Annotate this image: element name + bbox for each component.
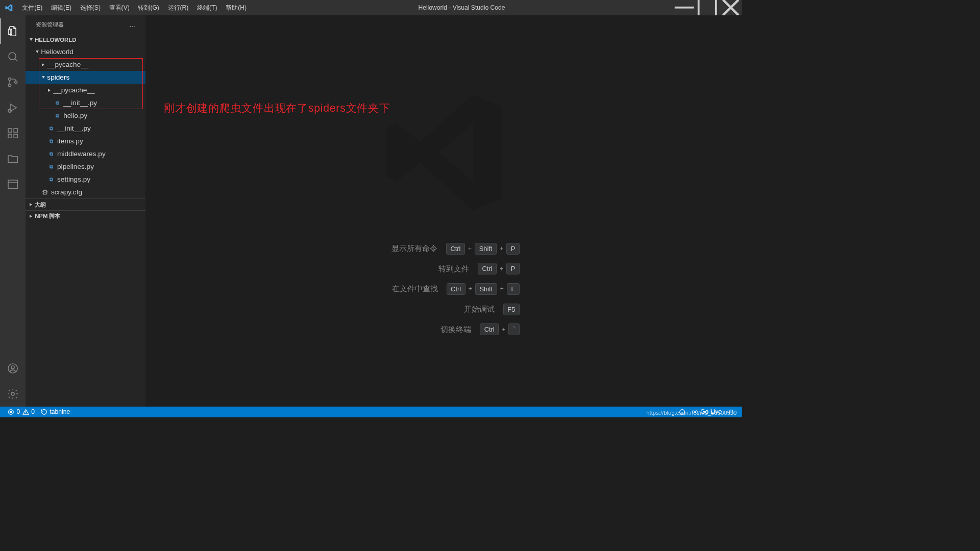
keyboard-key: Ctrl bbox=[478, 263, 497, 274]
folder-icon[interactable] bbox=[0, 146, 26, 171]
menu-item[interactable]: 终端(T) bbox=[193, 0, 222, 15]
source-control-icon[interactable] bbox=[0, 69, 26, 95]
menu-item[interactable]: 文件(E) bbox=[18, 0, 47, 15]
shortcut-row: 切换终端Ctrl+` bbox=[368, 323, 520, 335]
sidebar-bottom-sections: 大纲 NPM 脚本 bbox=[26, 198, 145, 221]
file-hello[interactable]: ⧉ hello.py bbox=[26, 109, 145, 122]
editor-area: 刚才创建的爬虫文件出现在了spiders文件夹下 显示所有命令Ctrl+Shif… bbox=[145, 15, 742, 406]
svg-rect-0 bbox=[674, 7, 694, 9]
shortcut-label: 切换终端 bbox=[402, 324, 471, 335]
keyboard-key: Ctrl bbox=[446, 243, 465, 255]
status-bar: 0 0 tabnine Go Live https://blog.csdn.ne… bbox=[0, 407, 742, 417]
svg-point-5 bbox=[15, 81, 17, 84]
explorer-sidebar: 资源管理器 … HELLOWORLD Helloworld __pycache_… bbox=[26, 15, 145, 406]
svg-rect-8 bbox=[8, 134, 12, 138]
shortcut-label: 开始调试 bbox=[425, 304, 495, 314]
shortcuts-list: 显示所有命令Ctrl+Shift+P转到文件Ctrl+P在文件中查找Ctrl+S… bbox=[368, 243, 520, 336]
maximize-button[interactable] bbox=[696, 0, 719, 15]
keyboard-key: Ctrl bbox=[480, 323, 499, 335]
shortcut-row: 开始调试F5 bbox=[368, 304, 520, 315]
svg-point-4 bbox=[8, 84, 11, 87]
file-tree: HELLOWORLD Helloworld __pycache__ spider… bbox=[26, 34, 145, 199]
python-file-icon: ⧉ bbox=[47, 151, 56, 157]
vscode-watermark-icon bbox=[378, 87, 509, 219]
keyboard-key: Shift bbox=[475, 243, 497, 255]
workspace-name: HELLOWORLD bbox=[35, 37, 76, 43]
status-notifications-icon[interactable] bbox=[725, 407, 738, 417]
explorer-title: 资源管理器 bbox=[36, 21, 64, 29]
folder-helloworld[interactable]: Helloworld bbox=[26, 45, 145, 58]
file-init-root[interactable]: ⧉ __init__.py bbox=[26, 122, 145, 135]
annotation-text: 刚才创建的爬虫文件出现在了spiders文件夹下 bbox=[164, 101, 390, 115]
shortcut-keys: Ctrl+` bbox=[480, 323, 520, 335]
shortcut-keys: F5 bbox=[503, 304, 520, 315]
menu-item[interactable]: 帮助(H) bbox=[222, 0, 251, 15]
account-icon[interactable] bbox=[0, 356, 26, 381]
file-settings[interactable]: ⧉ settings.py bbox=[26, 173, 145, 186]
status-golive[interactable]: Go Live bbox=[689, 407, 725, 417]
svg-point-2 bbox=[9, 53, 16, 60]
welcome-panel: 显示所有命令Ctrl+Shift+P转到文件Ctrl+P在文件中查找Ctrl+S… bbox=[368, 87, 520, 336]
outline-section[interactable]: 大纲 bbox=[26, 198, 145, 210]
python-file-icon: ⧉ bbox=[53, 100, 62, 106]
status-feedback-icon[interactable] bbox=[676, 407, 689, 417]
python-file-icon: ⧉ bbox=[47, 177, 56, 183]
folder-spiders[interactable]: spiders bbox=[26, 71, 145, 84]
svg-rect-10 bbox=[14, 129, 17, 132]
shortcut-row: 在文件中查找Ctrl+Shift+F bbox=[368, 283, 520, 295]
python-file-icon: ⧉ bbox=[47, 138, 56, 144]
run-debug-icon[interactable] bbox=[0, 95, 26, 120]
svg-point-13 bbox=[11, 366, 14, 369]
folder-pycache-2[interactable]: __pycache__ bbox=[26, 84, 145, 96]
keyboard-key: P bbox=[506, 263, 520, 274]
shortcut-row: 显示所有命令Ctrl+Shift+P bbox=[368, 243, 520, 255]
python-file-icon: ⧉ bbox=[53, 113, 62, 119]
keyboard-key: ` bbox=[508, 323, 519, 335]
titlebar: 文件(E)编辑(E)选择(S)查看(V)转到(G)运行(R)终端(T)帮助(H)… bbox=[0, 0, 742, 15]
svg-point-3 bbox=[8, 78, 11, 81]
folder-pycache-1[interactable]: __pycache__ bbox=[26, 58, 145, 71]
menubar: 文件(E)编辑(E)选择(S)查看(V)转到(G)运行(R)终端(T)帮助(H) bbox=[18, 0, 251, 15]
file-scrapy-cfg[interactable]: ⚙ scrapy.cfg bbox=[26, 186, 145, 198]
menu-item[interactable]: 查看(V) bbox=[105, 0, 134, 15]
svg-point-16 bbox=[679, 409, 684, 414]
search-icon[interactable] bbox=[0, 44, 26, 69]
shortcut-label: 转到文件 bbox=[400, 264, 469, 274]
config-file-icon: ⚙ bbox=[41, 188, 50, 196]
panel-icon[interactable] bbox=[0, 171, 26, 197]
file-middlewares[interactable]: ⧉ middlewares.py bbox=[26, 147, 145, 160]
status-problems[interactable]: 0 0 bbox=[5, 407, 38, 417]
extensions-icon[interactable] bbox=[0, 120, 26, 146]
minimize-button[interactable] bbox=[673, 0, 696, 15]
file-pipelines[interactable]: ⧉ pipelines.py bbox=[26, 160, 145, 173]
menu-item[interactable]: 运行(R) bbox=[163, 0, 192, 15]
window-title: Helloworld - Visual Studio Code bbox=[251, 4, 672, 11]
file-items[interactable]: ⧉ items.py bbox=[26, 135, 145, 147]
svg-rect-9 bbox=[14, 134, 17, 138]
shortcut-keys: Ctrl+Shift+P bbox=[446, 243, 520, 255]
svg-point-17 bbox=[694, 411, 696, 413]
svg-rect-11 bbox=[8, 180, 17, 188]
explorer-icon[interactable] bbox=[0, 18, 26, 44]
menu-item[interactable]: 选择(S) bbox=[76, 0, 105, 15]
explorer-more-icon[interactable]: … bbox=[129, 21, 137, 29]
npm-scripts-section[interactable]: NPM 脚本 bbox=[26, 210, 145, 222]
keyboard-key: Ctrl bbox=[447, 283, 465, 295]
shortcut-label: 在文件中查找 bbox=[369, 284, 438, 294]
close-button[interactable] bbox=[719, 0, 742, 15]
activity-bar bbox=[0, 15, 26, 406]
workspace-folder[interactable]: HELLOWORLD bbox=[26, 34, 145, 46]
keyboard-key: Shift bbox=[475, 283, 497, 295]
menu-item[interactable]: 转到(G) bbox=[134, 0, 163, 15]
keyboard-key: P bbox=[506, 243, 520, 255]
keyboard-key: F5 bbox=[503, 304, 520, 315]
python-file-icon: ⧉ bbox=[47, 126, 56, 132]
shortcut-keys: Ctrl+Shift+F bbox=[447, 283, 520, 295]
keyboard-key: F bbox=[507, 283, 520, 295]
shortcut-label: 显示所有命令 bbox=[368, 243, 437, 254]
file-init-spiders[interactable]: ⧉ __init__.py bbox=[26, 96, 145, 109]
svg-point-14 bbox=[11, 392, 14, 395]
settings-gear-icon[interactable] bbox=[0, 381, 26, 407]
menu-item[interactable]: 编辑(E) bbox=[47, 0, 76, 15]
status-tabnine[interactable]: tabnine bbox=[38, 407, 73, 417]
